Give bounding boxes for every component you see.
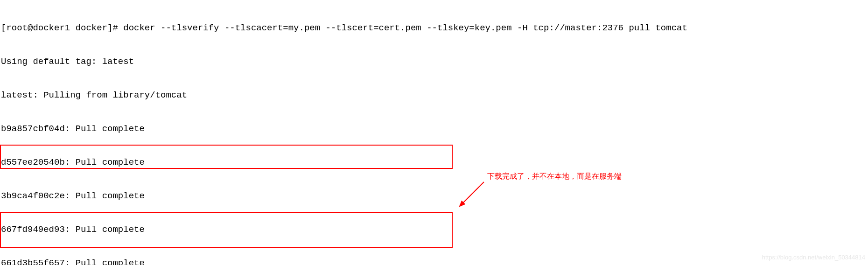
terminal-line: 661d3b55f657: Pull complete (1, 258, 687, 265)
terminal-line: latest: Pulling from library/tomcat (1, 90, 687, 101)
annotation-text: 下载完成了，并不在本地，而是在服务端 (487, 171, 622, 182)
terminal-line: 3b9ca4f00c2e: Pull complete (1, 190, 687, 202)
terminal-line: b9a857cbf04d: Pull complete (1, 123, 687, 134)
terminal-line: [root@docker1 docker]# docker --tlsverif… (1, 22, 687, 34)
terminal-line: d557ee20540b: Pull complete (1, 157, 687, 168)
terminal-line: 667fd949ed93: Pull complete (1, 224, 687, 235)
watermark: https://blog.csdn.net/weixin_50344814 (762, 252, 865, 263)
terminal-output: [root@docker1 docker]# docker --tlsverif… (1, 0, 687, 265)
terminal-line: Using default tag: latest (1, 56, 687, 67)
